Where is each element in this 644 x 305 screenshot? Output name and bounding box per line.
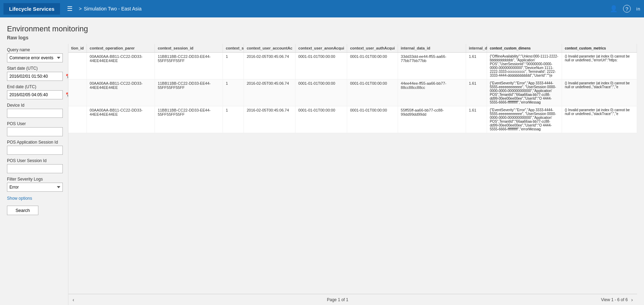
device-id-label: Device Id [7, 103, 63, 108]
col-context-custom-dimens[interactable]: context_custom_dimens [487, 44, 562, 53]
table-area: tion_id context_operation_parer context_… [68, 44, 637, 305]
search-button[interactable]: Search [7, 206, 38, 215]
table-cell-context_operation_parer: 00AA00AA-BB11-CC22-DD33-44EE44EE44EE [87, 106, 155, 133]
start-date-label: Start date (UTC) [7, 66, 63, 71]
table-cell-context_session_isFirst: 1 [223, 53, 244, 79]
col-context-user-accountac[interactable]: context_user_accountAc [244, 44, 295, 53]
table-cell-tion_id [68, 106, 87, 133]
table-header-row: tion_id context_operation_parer context_… [68, 44, 637, 53]
table-cell-internal_data_id: 55ff55ff-aa66-bb77-cc88-99dd99dd99dd [398, 106, 466, 133]
table-cell-context_session_isFirst: 1 [223, 79, 244, 106]
pos-user-group: POS User [7, 121, 63, 136]
hamburger-icon[interactable]: ☰ [63, 3, 76, 15]
col-context-user-authacqui[interactable]: context_user_authAcqui [347, 44, 398, 53]
table-cell-context_user_authAcqui: 0001-01-01T00:00:00 [347, 79, 398, 106]
table-row: 00AA00AA-BB11-CC22-DD33-44EE44EE44EE11BB… [68, 79, 637, 106]
main-area: Query name Commerce error events Start d… [7, 44, 637, 305]
brand-label[interactable]: Lifecycle Services [3, 3, 60, 15]
table-cell-context_user_authAcqui: 0001-01-01T00:00:00 [347, 53, 398, 79]
user-icon[interactable]: 👤 [610, 5, 617, 13]
col-context-user-anonacqui[interactable]: context_user_anonAcqui [295, 44, 347, 53]
more-options-icon[interactable]: in [636, 6, 641, 12]
table-row: 00AA00AA-BB11-CC22-DD33-44EE44EE44EE11BB… [68, 106, 637, 133]
table-cell-context_user_accountAc: 2016-02-05T00:45:06.74 [244, 79, 295, 106]
table-cell-context_custom_metrics: () Invalid parameter (at index 0) cannot… [562, 53, 637, 79]
table-cell-context_user_accountAc: 2016-02-05T00:45:06.74 [244, 106, 295, 133]
page-num: 1 [338, 297, 340, 302]
breadcrumb-separator: > [79, 6, 82, 12]
pos-user-session-group: POS User Session Id [7, 158, 63, 173]
bottom-bar: ‹ Page 1 of 1 View 1 - 6 of 6 › [68, 294, 637, 305]
col-context-operation-parer[interactable]: context_operation_parer [87, 44, 155, 53]
col-internal-data-document[interactable]: internal_data_document [466, 44, 487, 53]
table-cell-internal_data_document: 1.61 [466, 53, 487, 79]
view-info: View 1 - 6 of 6 [601, 297, 628, 302]
table-cell-internal_data_document: 1.61 [466, 106, 487, 133]
end-date-input[interactable] [7, 91, 64, 99]
table-cell-context_user_anonAcqui: 0001-01-01T00:00:00 [295, 106, 347, 133]
table-cell-context_custom_dimens: {"OfflineAvailability":"Unkno 000-1111-2… [487, 53, 562, 79]
filter-severity-label: Filter Severity Logs [7, 177, 63, 182]
table-cell-context_custom_metrics: () Invalid parameter (at index 0) cannot… [562, 79, 637, 106]
device-id-input[interactable] [7, 109, 63, 118]
table-cell-context_user_anonAcqui: 0001-01-01T00:00:00 [295, 53, 347, 79]
table-cell-internal_data_id: 44ee44ee-ff55-aa66-bb77-88cc88cc88cc [398, 79, 466, 106]
table-row: 00AA00AA-BB11-CC22-DD33-44EE44EE44EE11BB… [68, 53, 637, 79]
table-cell-internal_data_id: 33dd33dd-ee44-ff55-aa66-77bb77bb77bb [398, 53, 466, 79]
topbar-icons: 👤 ? in [610, 5, 641, 13]
table-cell-context_custom_dimens: {"EventSeverity":"Error","App 3333-4444-… [487, 106, 562, 133]
table-cell-tion_id [68, 79, 87, 106]
of-label: of [341, 297, 345, 302]
page-title: Environment monitoring [7, 24, 637, 33]
table-cell-context_custom_metrics: () Invalid parameter (at index 0) cannot… [562, 106, 637, 133]
table-cell-context_session_id: 11BB11BB-CC22-DD33-EE44-55FF55FF55FF [155, 106, 223, 133]
query-name-label: Query name [7, 47, 63, 52]
filter-severity-group: Filter Severity Logs Error Warning Info … [7, 177, 63, 192]
table-scroll[interactable]: tion_id context_operation_parer context_… [68, 44, 637, 294]
col-internal-data-id[interactable]: internal_data_id [398, 44, 466, 53]
query-name-select[interactable]: Commerce error events [7, 53, 63, 62]
pos-user-label: POS User [7, 121, 63, 126]
col-context-session-isfirst[interactable]: context_session_isFirst [223, 44, 244, 53]
filter-severity-select[interactable]: Error Warning Info All [7, 183, 63, 192]
topbar: Lifecycle Services ☰ > Simulation Two - … [0, 0, 644, 17]
table-cell-context_user_accountAc: 2016-02-05T00:45:06.74 [244, 53, 295, 79]
show-options-link[interactable]: Show options [7, 196, 63, 201]
table-cell-context_user_authAcqui: 0001-01-01T00:00:00 [347, 106, 398, 133]
pos-app-session-group: POS Application Session Id [7, 140, 63, 155]
data-table: tion_id context_operation_parer context_… [68, 44, 637, 133]
pos-app-session-label: POS Application Session Id [7, 140, 63, 145]
page-content: Environment monitoring Raw logs Query na… [0, 17, 644, 305]
section-title: Raw logs [7, 35, 637, 40]
col-context-custom-metrics[interactable]: context_custom_metrics [562, 44, 637, 53]
table-cell-tion_id [68, 53, 87, 79]
start-date-wrap: 📅 [7, 72, 63, 81]
end-date-label: End date (UTC) [7, 84, 63, 89]
table-cell-context_operation_parer: 00AA00AA-BB11-CC22-DD33-44EE44EE44EE [87, 79, 155, 106]
table-cell-context_user_anonAcqui: 0001-01-01T00:00:00 [295, 79, 347, 106]
total-pages: 1 [346, 297, 349, 302]
breadcrumb: > Simulation Two - East Asia [79, 6, 142, 12]
end-date-group: End date (UTC) 📅 [7, 84, 63, 99]
query-name-group: Query name Commerce error events [7, 47, 63, 62]
pos-user-session-input[interactable] [7, 164, 63, 173]
table-body: 00AA00AA-BB11-CC22-DD33-44EE44EE44EE11BB… [68, 53, 637, 133]
pos-user-session-label: POS User Session Id [7, 158, 63, 163]
col-tion-id[interactable]: tion_id [68, 44, 87, 53]
left-panel: Query name Commerce error events Start d… [7, 44, 68, 305]
end-date-wrap: 📅 [7, 90, 63, 99]
pagination-info: Page 1 of 1 [74, 297, 601, 302]
table-cell-internal_data_document: 1.61 [466, 79, 487, 106]
scroll-right-arrow[interactable]: › [631, 297, 633, 303]
table-cell-context_custom_dimens: {"EventSeverity":"Error","App 3333-4444-… [487, 79, 562, 106]
pos-user-input[interactable] [7, 127, 63, 136]
table-cell-context_session_id: 11BB11BB-CC22-DD33-EE44-55FF55FF55FF [155, 79, 223, 106]
start-date-input[interactable] [7, 73, 64, 80]
col-context-session-id[interactable]: context_session_id [155, 44, 223, 53]
device-id-group: Device Id [7, 103, 63, 118]
table-cell-context_session_isFirst: 1 [223, 106, 244, 133]
pos-app-session-input[interactable] [7, 146, 63, 155]
page-label: Page [327, 297, 337, 302]
help-icon[interactable]: ? [623, 5, 631, 13]
breadcrumb-label: Simulation Two - East Asia [84, 6, 141, 12]
